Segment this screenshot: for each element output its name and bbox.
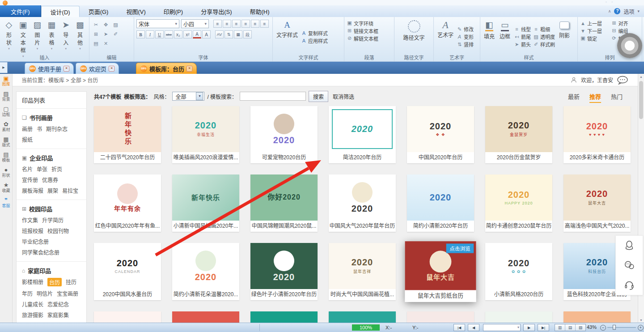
view-mode-button[interactable]: ▤ [565,324,576,331]
edit-tool-icon[interactable]: ✐ [111,30,120,38]
sidebar-link[interactable]: 班报校报 [22,227,43,234]
font-spacing-button[interactable]: ▦ [234,30,242,38]
font-spacing-button[interactable]: ⇅ [225,30,233,38]
align-button[interactable]: ≡ [242,20,250,28]
sidebar-link[interactable]: 儿童成长 [22,300,43,308]
sidebar-link[interactable]: 年历 [22,289,33,297]
template-card[interactable]: 2020✿ ✿ ✿ 小清新风格2020台历 [485,243,552,300]
align-button[interactable]: ≡ [223,20,231,28]
document-tab[interactable]: DPS 使用手册 ✕ [25,63,74,74]
sidebar-link[interactable]: 影楼相册 [22,278,43,286]
sidebar-link[interactable]: 明信片 [37,289,53,297]
menu-item[interactable]: 印刷(P) [155,5,192,17]
welcome-user[interactable]: 欢迎，王杳安 [581,76,613,84]
template-card[interactable]: 2020 绿色叶子小清新2020年台历 [250,243,318,300]
sidebar-section-title[interactable]: ▣ 企业印品 [22,153,81,162]
sidebar-section-title[interactable]: ❏ 书刊画册 [22,113,81,122]
font-format-button[interactable]: A [193,30,201,38]
template-card[interactable]: 年年有余 红色中国风2020年年有鱼... [94,175,161,232]
template-card[interactable]: 2020❖ ❖ 中国风2020年台历 [407,106,474,163]
sidebar-strip-layout[interactable]: ▦ 版式 [2,136,10,148]
sidebar-link[interactable]: 校园刊物 [47,227,69,234]
sidebar-link[interactable]: 恋爱纪念 [47,300,69,308]
menu-item[interactable]: 设计(D) [41,6,80,17]
collapse-ribbon-icon[interactable]: ∧ [608,9,611,13]
font-format-button[interactable]: A [202,30,211,38]
help-icon[interactable]: ? [614,8,620,14]
sidebar-link[interactable]: 名片 [22,165,33,173]
edit-tool-icon[interactable]: ✥ [102,21,110,29]
prev-page-button[interactable]: ◀ [468,324,479,331]
align-button[interactable]: ≡ [260,20,269,28]
font-format-button[interactable]: B [136,30,145,38]
sidebar-link[interactable]: 展架 [47,187,58,194]
template-card[interactable]: 2020鼠年大吉 高端浅色中国风大气2020... [564,175,631,232]
layer-up-button[interactable]: ▲ 上一层 [580,19,609,27]
sidebar-link[interactable]: 旅游摄影 [22,311,43,319]
vertical-text-button[interactable]: ⇅ 竖排 [457,41,474,48]
layer-down-button[interactable]: ▼ 下一层 [580,27,609,34]
view-mode-button[interactable]: ▥ [555,324,565,331]
sidebar-link[interactable]: 画册 [22,125,33,132]
copy-style-button[interactable]: A 复制样式 [301,29,328,37]
scrollbar-thumb[interactable] [639,81,643,119]
edit-tool-icon[interactable]: ✂ [92,21,100,29]
sidebar-link[interactable]: 挂历 [66,278,76,286]
sidebar-link[interactable]: 台历 [47,278,62,286]
sidebar-link[interactable]: 同学聚会纪念册 [22,248,59,256]
unlink-textbox-button[interactable]: ⊘ 解链文本框 [347,34,392,42]
sidebar-link[interactable]: 升学简历 [42,216,64,224]
sort-link[interactable]: 推荐 [589,92,601,103]
align-button[interactable]: ≡ [213,20,222,28]
font-format-button[interactable]: I [146,30,154,38]
sidebar-strip-template[interactable]: ▤ 模板 [2,151,10,163]
sidebar-link[interactable]: 毕业纪念册 [22,238,49,245]
path-text-button[interactable]: 路径文字 [397,34,431,41]
sidebar-link[interactable]: 家庭影集 [47,311,69,319]
menu-item[interactable]: 帮助(H) [241,5,278,17]
edit-tool-icon[interactable]: ⊞ [92,30,100,38]
text-wrap-button[interactable]: ▣ 文字环绕 [347,19,392,27]
zoom-slider-thumb[interactable] [613,325,616,330]
align-objects-button[interactable]: ⊞ 对齐 [611,19,640,27]
template-card[interactable]: 2020 简约小清新花朵温馨2020... [172,243,239,300]
wordart-transform-button[interactable]: A 变形 [457,33,474,41]
path-text-icon[interactable] [408,20,420,33]
arrow-tail-button[interactable]: ↤ 箭尾 [514,33,531,41]
sidebar-link[interactable]: 单张 [37,165,47,173]
template-card[interactable]: 新年快乐 小清新中国风插画2020年... [172,175,239,232]
sidebar-strip-favorite[interactable]: ★ 收藏 [2,182,10,193]
scroll-up-icon[interactable]: ▲ [638,74,644,80]
zoom-slider-track[interactable] [607,327,636,328]
breadcrumb[interactable]: 当前位置：模板库 > 全部 > 台历 [21,76,98,84]
tab-close-icon[interactable]: ✕ [109,66,114,72]
sidebar-link[interactable]: 优惠券 [42,176,58,183]
fill-button[interactable]: ◧ 填充 [483,19,496,54]
zoom-in-button[interactable]: + [638,325,644,331]
sort-link[interactable]: 热门 [611,92,623,103]
arrow-head-button[interactable]: ➤ 箭头 [514,41,531,48]
edit-tool-icon[interactable]: ▤ [92,39,100,47]
sidebar-strip-service[interactable]: ❞ 客服 [2,197,10,209]
template-card[interactable]: 2020CALENDAR 2020中国风水墨台历 [94,243,161,300]
sidebar-link[interactable]: 宣传册 [22,176,38,183]
sort-link[interactable]: 最新 [568,92,580,103]
insert-other-button[interactable]: ▩ 其他 ▾ [73,19,87,59]
sidebar-link[interactable]: 作文集 [22,216,38,224]
opacity-button[interactable]: ▨ 透明度 [533,33,555,41]
insert-textbox-button[interactable]: ▣ 文本框 ▾ [17,19,30,59]
sidebar-section-title[interactable]: ⌂ 家庭印品 [22,266,81,275]
insert-image-button[interactable]: ▨ 图片 ▾ [31,19,44,59]
sidebar-link[interactable]: 展板海报 [22,187,43,194]
wordart-button[interactable]: A 艺术字 [436,19,455,54]
page-select[interactable]: ▾ [483,324,521,331]
options-button[interactable]: 选项 [623,8,634,15]
zoom-out-button[interactable]: − [600,325,606,331]
menu-item[interactable]: 分享导出(S) [192,5,241,17]
sidebar-strip-background[interactable]: ▨ 背景 [2,90,10,102]
template-card[interactable]: 2020 简约小清新2020年台历 [407,175,474,232]
sidebar-strip-frame[interactable]: ▢ 边框 [2,106,10,117]
sidebar-link[interactable]: 易拉宝 [62,187,78,194]
headset-icon[interactable] [623,279,635,291]
insert-import-button[interactable]: ➤ 导入 ▾ [59,19,72,59]
